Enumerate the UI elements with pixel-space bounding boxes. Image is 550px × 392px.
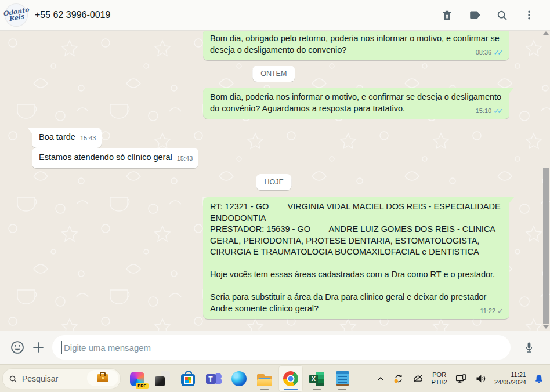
- header-actions: [441, 9, 550, 21]
- teams-t-tile: T: [206, 374, 216, 384]
- store-bag: [181, 374, 195, 386]
- excel-x-tile: X: [309, 375, 318, 383]
- chat-header: Odonto Reis +55 62 3996-0019: [0, 0, 550, 31]
- message-bubble-outgoing[interactable]: RT: 12321 - GO VIRGINIA VIDAL MACIEL DOS…: [203, 197, 509, 319]
- message-bubble-outgoing[interactable]: Bom dia, poderia nos informar o motivo, …: [203, 88, 509, 119]
- message-meta: 15:10 ✓✓: [476, 106, 504, 117]
- notepad-icon[interactable]: [331, 366, 354, 391]
- running-indicator: [338, 389, 346, 390]
- windows-taskbar: Pesquisar PRE: [0, 364, 550, 392]
- tray-chevron-up-icon[interactable]: [376, 374, 385, 383]
- message-bubble-incoming[interactable]: Estamos atendendo só clínico geral 15:43: [32, 148, 198, 168]
- edge-icon[interactable]: [227, 366, 251, 391]
- attach-plus-icon[interactable]: [28, 337, 49, 358]
- edge-logo: [231, 371, 247, 386]
- archive-trash-icon[interactable]: [441, 9, 453, 21]
- message-row: Estamos atendendo só clínico geral 15:43: [32, 148, 198, 168]
- language-line2: PTB2: [431, 379, 447, 386]
- copilot-icon[interactable]: PRE: [125, 366, 149, 391]
- tray-time: 11:21: [494, 371, 526, 379]
- bubble-tail: [509, 197, 514, 204]
- taskbar-apps: PRE T: [125, 365, 354, 392]
- active-running-indicator: [284, 389, 298, 390]
- taskbar-search-box[interactable]: Pesquisar: [2, 368, 121, 389]
- running-indicator: [260, 389, 269, 390]
- speaker-volume-icon[interactable]: [475, 373, 487, 384]
- message-row: Boa tarde 15:43: [32, 128, 102, 148]
- briefcase-icon: [97, 374, 108, 382]
- teams-icon[interactable]: T: [202, 366, 225, 391]
- message-bubble-incoming[interactable]: Boa tarde 15:43: [32, 128, 102, 148]
- contact-name[interactable]: +55 62 3996-0019: [35, 10, 110, 20]
- message-input[interactable]: [52, 335, 511, 360]
- language-line1: POR: [431, 371, 447, 379]
- emoji-smiley-icon[interactable]: [7, 337, 28, 358]
- message-time: 15:43: [80, 133, 96, 144]
- sent-single-check-icon: ✓: [497, 308, 504, 314]
- message-text: RT: 12321 - GO VIRGINIA VIDAL MACIEL DOS…: [203, 197, 509, 319]
- copilot-preview-badge: PRE: [136, 383, 148, 389]
- message-time: 15:43: [177, 153, 193, 165]
- sync-pending-icon[interactable]: [393, 373, 404, 384]
- message-meta: 08:36 ✓✓: [476, 47, 504, 59]
- message-text: Boa tarde: [39, 132, 75, 143]
- search-highlight-chip[interactable]: [87, 370, 118, 386]
- language-indicator[interactable]: POR PTB2: [431, 371, 447, 386]
- read-double-check-icon: ✓✓: [493, 49, 504, 56]
- avatar-text-line2: Reis: [8, 14, 24, 22]
- cast-display-icon[interactable]: [455, 373, 467, 384]
- date-divider-today: HOJE: [256, 174, 291, 190]
- scrollbar-down-arrow[interactable]: [543, 325, 549, 329]
- message-composer: [0, 331, 550, 365]
- system-tray: POR PTB2 11:21 24/05/2024: [376, 371, 550, 386]
- message-time: 08:36: [476, 47, 492, 59]
- message-text: Bom dia, poderia nos informar o motivo, …: [203, 88, 509, 119]
- teams-logo: T: [206, 371, 222, 386]
- notification-bell-icon[interactable]: [534, 373, 544, 384]
- running-indicator: [313, 389, 321, 390]
- task-view-logo: [155, 371, 170, 386]
- contact-avatar[interactable]: Odonto Reis: [5, 3, 28, 27]
- scrollbar-up-arrow[interactable]: [543, 31, 549, 35]
- task-view-front-square: [155, 376, 165, 386]
- whatsapp-desktop-window: Odonto Reis +55 62 3996-0019: [0, 0, 550, 392]
- date-divider-yesterday: ONTEM: [252, 66, 295, 82]
- read-double-check-icon: ✓✓: [493, 108, 504, 114]
- message-meta: 11:22 ✓: [480, 306, 504, 317]
- text-caret: [61, 341, 62, 354]
- message-time: 15:10: [476, 106, 492, 117]
- folder-logo: [257, 374, 272, 386]
- chrome-blue-center: [288, 376, 294, 382]
- chrome-logo: [283, 371, 298, 386]
- tray-date: 24/05/2024: [494, 379, 526, 386]
- message-time: 11:22: [480, 306, 495, 317]
- excel-logo: X: [309, 372, 324, 386]
- message-text: Estamos atendendo só clínico geral: [39, 152, 172, 164]
- task-view-icon[interactable]: [151, 366, 174, 391]
- message-input-wrap: [52, 335, 511, 360]
- excel-icon[interactable]: X: [305, 366, 328, 391]
- onedrive-offline-icon[interactable]: [412, 373, 424, 384]
- notepad-logo: [336, 371, 349, 386]
- search-placeholder: Pesquisar: [22, 374, 58, 383]
- file-explorer-icon[interactable]: [253, 366, 276, 391]
- message-text: Bom dia, obrigado pelo retorno, poderia …: [203, 30, 509, 60]
- search-icon[interactable]: [496, 9, 508, 21]
- kebab-menu-icon[interactable]: [523, 9, 535, 21]
- message-bubble-outgoing[interactable]: Bom dia, obrigado pelo retorno, poderia …: [203, 30, 509, 60]
- message-list: Bom dia, obrigado pelo retorno, poderia …: [0, 30, 550, 331]
- folder-front: [257, 379, 272, 386]
- notepad-binding: [336, 371, 349, 374]
- clock-date[interactable]: 11:21 24/05/2024: [494, 371, 526, 386]
- microsoft-logo: [185, 377, 191, 383]
- label-tag-icon[interactable]: [468, 9, 481, 21]
- copilot-logo: PRE: [130, 372, 144, 386]
- bubble-tail: [27, 128, 32, 135]
- chrome-icon-active[interactable]: [278, 365, 303, 392]
- search-icon: [9, 375, 17, 383]
- bubble-tail: [509, 88, 514, 95]
- scrollbar-thumb[interactable]: [543, 168, 549, 324]
- microsoft-store-icon[interactable]: [176, 366, 200, 391]
- notepad-lines: [338, 376, 347, 383]
- microphone-icon[interactable]: [519, 337, 540, 358]
